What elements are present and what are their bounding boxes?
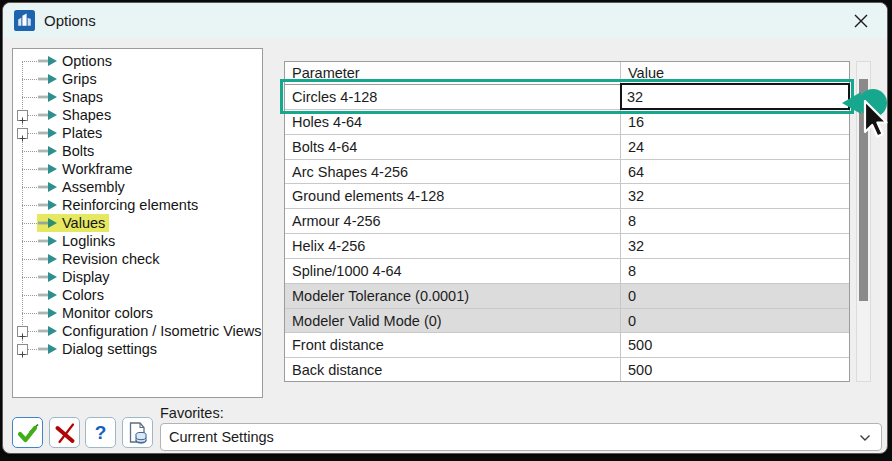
plus-box-icon[interactable] bbox=[17, 326, 28, 337]
table-row[interactable]: Holes 4-6416 bbox=[285, 110, 849, 135]
value-edit-input[interactable] bbox=[620, 83, 850, 110]
sidebar-item-grips[interactable]: Grips bbox=[13, 70, 262, 88]
plus-box-icon[interactable] bbox=[17, 344, 28, 355]
tree-connector bbox=[22, 223, 37, 224]
document-database-icon bbox=[126, 421, 150, 445]
arrow-right-icon bbox=[38, 182, 57, 192]
plus-box-icon[interactable] bbox=[17, 128, 28, 139]
ok-button[interactable] bbox=[12, 417, 43, 448]
tree-connector bbox=[22, 61, 37, 62]
cancel-button[interactable] bbox=[49, 417, 80, 448]
value-cell[interactable]: 16 bbox=[621, 110, 849, 134]
arrow-right-icon bbox=[38, 326, 57, 336]
sidebar-item-label: Display bbox=[62, 268, 110, 286]
table-row-disabled[interactable]: Modeler Tolerance (0.0001)0 bbox=[285, 284, 849, 309]
sidebar-item-display[interactable]: Display bbox=[13, 268, 262, 286]
table-row[interactable]: Arc Shapes 4-25664 bbox=[285, 160, 849, 185]
chevron-down-icon[interactable] bbox=[859, 434, 871, 442]
scrollbar-thumb[interactable] bbox=[859, 79, 868, 301]
parameter-cell[interactable]: Ground elements 4-128 bbox=[285, 184, 621, 208]
sidebar-item-loglinks[interactable]: Loglinks bbox=[13, 232, 262, 250]
column-header-value[interactable]: Value bbox=[621, 62, 849, 84]
favorites-combobox[interactable]: Current Settings bbox=[160, 423, 882, 451]
title-bar: Options bbox=[3, 3, 887, 38]
arrow-right-icon bbox=[38, 164, 57, 174]
sidebar-item-label: Bolts bbox=[62, 142, 94, 160]
save-favorites-button[interactable] bbox=[122, 417, 153, 448]
sidebar-item-label: Workframe bbox=[62, 160, 133, 178]
value-cell[interactable]: 64 bbox=[621, 160, 849, 184]
table-row-disabled[interactable]: Modeler Valid Mode (0)0 bbox=[285, 309, 849, 334]
sidebar-item-workframe[interactable]: Workframe bbox=[13, 160, 262, 178]
table-row[interactable]: Bolts 4-6424 bbox=[285, 135, 849, 160]
sidebar-item-revision-check[interactable]: Revision check bbox=[13, 250, 262, 268]
help-button[interactable]: ? bbox=[85, 417, 116, 448]
sidebar-item-plates[interactable]: Plates bbox=[13, 124, 262, 142]
close-button[interactable] bbox=[847, 9, 875, 33]
table-row[interactable]: Spline/1000 4-648 bbox=[285, 259, 849, 284]
sidebar-item-label: Snaps bbox=[62, 88, 103, 106]
value-cell[interactable]: 500 bbox=[621, 333, 849, 357]
vertical-scrollbar[interactable] bbox=[856, 61, 871, 382]
parameter-cell[interactable]: Helix 4-256 bbox=[285, 234, 621, 258]
red-cross-icon bbox=[53, 421, 77, 445]
parameter-cell[interactable]: Armour 4-256 bbox=[285, 209, 621, 233]
plus-box-icon[interactable] bbox=[17, 110, 28, 121]
arrow-right-icon bbox=[38, 110, 57, 120]
value-cell[interactable]: 8 bbox=[621, 209, 849, 233]
column-header-parameter[interactable]: Parameter bbox=[285, 62, 621, 84]
parameter-cell[interactable]: Modeler Tolerance (0.0001) bbox=[285, 284, 621, 308]
table-row[interactable]: Front distance500 bbox=[285, 333, 849, 358]
arrow-right-icon bbox=[38, 128, 57, 138]
sidebar-item-label: Plates bbox=[62, 124, 102, 142]
sidebar-item-assembly[interactable]: Assembly bbox=[13, 178, 262, 196]
sidebar-item-values[interactable]: Values bbox=[13, 214, 262, 232]
arrow-right-icon bbox=[38, 344, 57, 354]
tree-connector bbox=[22, 187, 37, 188]
sidebar-item-bolts[interactable]: Bolts bbox=[13, 142, 262, 160]
value-cell[interactable]: 8 bbox=[621, 259, 849, 283]
tree-connector bbox=[22, 259, 37, 260]
table-row[interactable]: Back distance500 bbox=[285, 358, 849, 382]
green-check-icon bbox=[16, 421, 40, 445]
tree-connector bbox=[22, 241, 37, 242]
sidebar-item-snaps[interactable]: Snaps bbox=[13, 88, 262, 106]
sidebar-item-configuration-isometric-views[interactable]: Configuration / Isometric Views bbox=[13, 322, 262, 340]
value-cell[interactable]: 32 bbox=[621, 184, 849, 208]
sidebar-item-dialog-settings[interactable]: Dialog settings bbox=[13, 340, 262, 358]
parameter-cell[interactable]: Arc Shapes 4-256 bbox=[285, 160, 621, 184]
sidebar-item-reinforcing-elements[interactable]: Reinforcing elements bbox=[13, 196, 262, 214]
tree-connector bbox=[22, 205, 37, 206]
parameter-cell[interactable]: Circles 4-128 bbox=[285, 85, 621, 109]
parameter-cell[interactable]: Spline/1000 4-64 bbox=[285, 259, 621, 283]
value-cell[interactable]: 32 bbox=[621, 234, 849, 258]
window-title: Options bbox=[44, 3, 96, 38]
app-logo-icon bbox=[14, 10, 35, 31]
sidebar-item-options[interactable]: Options bbox=[13, 52, 262, 70]
value-cell[interactable]: 0 bbox=[621, 284, 849, 308]
table-row[interactable]: Armour 4-2568 bbox=[285, 209, 849, 234]
parameter-cell[interactable]: Front distance bbox=[285, 333, 621, 357]
sidebar-item-label: Assembly bbox=[62, 178, 125, 196]
parameter-cell[interactable]: Modeler Valid Mode (0) bbox=[285, 309, 621, 333]
value-cell[interactable]: 500 bbox=[621, 358, 849, 382]
tree-connector bbox=[22, 169, 37, 170]
x-icon bbox=[854, 14, 868, 28]
table-row[interactable]: Helix 4-25632 bbox=[285, 234, 849, 259]
table-row[interactable]: Ground elements 4-12832 bbox=[285, 184, 849, 209]
value-cell[interactable]: 0 bbox=[621, 309, 849, 333]
sidebar-item-shapes[interactable]: Shapes bbox=[13, 106, 262, 124]
parameter-cell[interactable]: Back distance bbox=[285, 358, 621, 382]
sidebar-item-monitor-colors[interactable]: Monitor colors bbox=[13, 304, 262, 322]
sidebar-item-colors[interactable]: Colors bbox=[13, 286, 262, 304]
sidebar-item-label: Grips bbox=[62, 70, 97, 88]
arrow-right-icon bbox=[38, 290, 57, 300]
parameter-cell[interactable]: Bolts 4-64 bbox=[285, 135, 621, 159]
value-cell[interactable]: 24 bbox=[621, 135, 849, 159]
sidebar-item-label: Options bbox=[62, 52, 112, 70]
arrow-right-icon bbox=[38, 308, 57, 318]
parameter-cell[interactable]: Holes 4-64 bbox=[285, 110, 621, 134]
sidebar-item-label: Reinforcing elements bbox=[62, 196, 198, 214]
arrow-right-icon bbox=[38, 74, 57, 84]
sidebar-item-label: Monitor colors bbox=[62, 304, 153, 322]
